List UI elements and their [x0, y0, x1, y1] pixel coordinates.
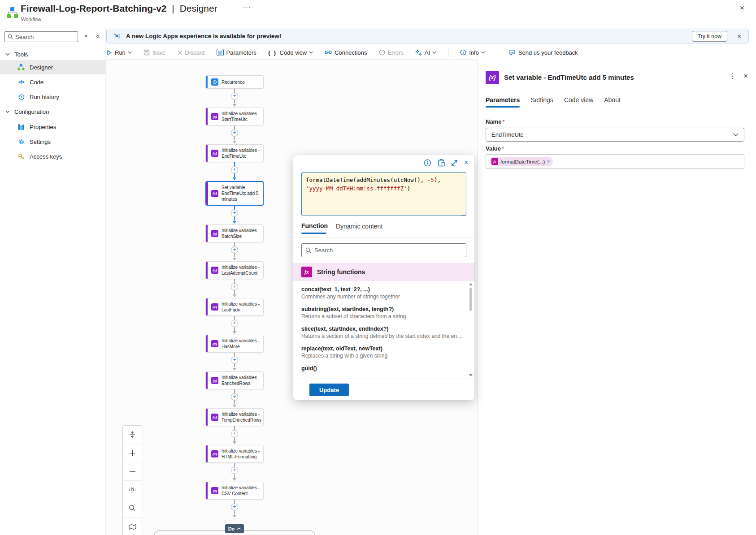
- info-icon[interactable]: [424, 159, 431, 167]
- canvas-search-button[interactable]: [123, 499, 142, 518]
- title-more-icon[interactable]: ···: [243, 3, 251, 10]
- node-initialize-batchsize[interactable]: Initialize variables - BatchSize: [205, 224, 264, 242]
- expand-icon[interactable]: [451, 160, 458, 166]
- sidebar-item-run-history[interactable]: Run history: [0, 90, 106, 104]
- search-input[interactable]: [15, 34, 69, 40]
- parameters-button[interactable]: @ Parameters: [217, 49, 256, 56]
- expression-part: formatDateTime(addMinutes(utcNow(),: [306, 177, 427, 183]
- ai-button[interactable]: AI: [415, 49, 436, 56]
- insert-step-button[interactable]: [231, 393, 238, 401]
- sidebar-group-configuration[interactable]: Configuration: [0, 106, 106, 117]
- copy-icon[interactable]: [438, 159, 445, 167]
- sidebar-item-properties[interactable]: Properties: [0, 120, 106, 134]
- code-view-button[interactable]: { } Code view: [268, 49, 313, 56]
- tab-parameters[interactable]: Parameters: [486, 96, 520, 104]
- name-dropdown[interactable]: EndTimeUtc: [486, 128, 744, 142]
- scroll-down-icon[interactable]: [469, 374, 473, 376]
- tab-about[interactable]: About: [604, 96, 621, 104]
- node-initialize-endtimeutc[interactable]: Initialize variables - EndTimeUtc: [205, 144, 264, 162]
- pan-button[interactable]: [123, 481, 142, 499]
- do-scope-header[interactable]: Do: [225, 524, 244, 533]
- sidebar-search[interactable]: [4, 31, 78, 42]
- node-set-variable-selected[interactable]: Set variable - EndTimeUtc add 5 minutes: [205, 181, 264, 206]
- popup-close-icon[interactable]: ×: [464, 159, 468, 167]
- node-label: Initialize variables - EndTimeUtc: [222, 147, 261, 159]
- run-button[interactable]: Run: [106, 49, 132, 56]
- insert-step-button[interactable]: [231, 246, 238, 254]
- insert-step-button[interactable]: [231, 467, 238, 474]
- expression-textarea[interactable]: formatDateTime(addMinutes(utcNow(), -5),…: [301, 172, 466, 216]
- node-initialize-html-formatting[interactable]: Initialize variables - HTML-Formatting: [205, 445, 264, 463]
- node-initialize-hasmore[interactable]: Initialize variables - HasMore: [205, 335, 264, 353]
- insert-step-button[interactable]: [231, 320, 238, 327]
- sidebar-item-access-keys[interactable]: Access keys: [0, 149, 106, 164]
- zoom-out-button[interactable]: [123, 462, 142, 481]
- kebab-menu-icon[interactable]: ⋮: [729, 72, 736, 80]
- function-item-concat[interactable]: concat(text_1, text_2?, ...) Combines an…: [301, 286, 463, 300]
- function-item-substring[interactable]: substring(text, startIndex, length?) Ret…: [301, 306, 463, 319]
- function-list-scrollbar[interactable]: [469, 283, 473, 376]
- fit-view-button[interactable]: [123, 426, 142, 444]
- insert-step-button[interactable]: [231, 129, 238, 137]
- info-button[interactable]: Info: [460, 49, 485, 56]
- node-initialize-starttimeutc[interactable]: Initialize variables - StartTimeUtc: [205, 108, 264, 125]
- insert-step-button[interactable]: [231, 504, 238, 511]
- required-marker: *: [502, 145, 504, 152]
- scrollbar-thumb[interactable]: [469, 288, 472, 311]
- function-item-guid[interactable]: guid() Generates a globally unique strin…: [301, 365, 463, 373]
- insert-step-button[interactable]: [231, 166, 238, 173]
- tab-settings[interactable]: Settings: [530, 96, 553, 104]
- sidebar-item-code[interactable]: </> Code: [0, 75, 106, 89]
- search-clear-icon[interactable]: ×: [84, 33, 88, 39]
- node-initialize-enrichedrows[interactable]: Initialize variables - EnrichedRows: [205, 371, 264, 389]
- tab-dynamic-content[interactable]: Dynamic content: [336, 223, 382, 230]
- function-item-replace[interactable]: replace(text, oldText, newText) Replaces…: [301, 345, 463, 359]
- arrow-icon: [233, 258, 236, 260]
- designer-toolbar: Run Save Discard @ Parameters { } Code v…: [106, 46, 756, 59]
- feedback-button[interactable]: Send us your feedback: [509, 49, 578, 56]
- token-remove-icon[interactable]: ×: [547, 159, 550, 164]
- node-initialize-lastattemptcount[interactable]: Initialize variables - LastAttemptCount: [205, 261, 264, 279]
- banner-close-icon[interactable]: ×: [737, 32, 741, 40]
- panel-close-icon[interactable]: ×: [743, 72, 748, 81]
- page-close-icon[interactable]: ×: [740, 4, 744, 13]
- expression-part: ): [407, 185, 411, 192]
- search-icon: [129, 505, 136, 512]
- sidebar-group-tools[interactable]: Tools: [0, 48, 106, 60]
- function-search-input[interactable]: [314, 247, 462, 254]
- resize-handle[interactable]: [461, 211, 465, 216]
- tab-code-view[interactable]: Code view: [564, 96, 593, 104]
- minimap-icon: [129, 524, 136, 530]
- node-recurrence[interactable]: Recurrence: [205, 75, 264, 89]
- insert-step-button[interactable]: [231, 210, 238, 217]
- value-token-field[interactable]: formatDateTime(...) ×: [486, 154, 744, 169]
- discard-button[interactable]: Discard: [178, 49, 205, 56]
- sidebar-item-settings[interactable]: Settings: [0, 134, 106, 149]
- insert-step-button[interactable]: [231, 283, 238, 290]
- errors-button[interactable]: Errors: [379, 49, 404, 56]
- update-button[interactable]: Update: [309, 384, 349, 396]
- arrow-icon: [233, 104, 236, 107]
- node-initialize-csv-content[interactable]: Initialize variables - CSV-Content: [205, 482, 264, 500]
- insert-step-button[interactable]: [231, 93, 238, 100]
- scroll-up-icon[interactable]: [469, 283, 473, 285]
- tab-function[interactable]: Function: [301, 222, 328, 229]
- toolbar-divider: [497, 48, 497, 57]
- insert-step-button[interactable]: [231, 357, 238, 364]
- zoom-in-button[interactable]: [123, 444, 142, 462]
- workflow-name: Firewall-Log-Report-Batching-v2: [21, 3, 167, 13]
- insert-step-button[interactable]: [231, 430, 238, 437]
- function-category-header[interactable]: String functions: [293, 263, 474, 281]
- function-item-slice[interactable]: slice(text, startIndex, endIndex?) Retur…: [301, 326, 463, 339]
- function-search[interactable]: [301, 243, 466, 257]
- panel-title: Set variable - EndTimeUtc add 5 minutes: [504, 73, 634, 81]
- expression-token-pill[interactable]: formatDateTime(...) ×: [490, 157, 553, 166]
- save-button[interactable]: Save: [143, 49, 166, 56]
- connections-button[interactable]: Connections: [325, 49, 367, 56]
- sidebar-item-designer[interactable]: Designer: [0, 60, 106, 74]
- node-initialize-tempenrichedrows[interactable]: Initialize variables - TempEnrichedRows: [205, 408, 264, 426]
- try-it-now-button[interactable]: Try it now: [692, 31, 728, 42]
- node-initialize-lastfqdn[interactable]: Initialize variables - LastFqdn: [205, 298, 264, 316]
- sidebar-collapse-icon[interactable]: «: [96, 32, 100, 39]
- minimap-button[interactable]: [123, 518, 142, 535]
